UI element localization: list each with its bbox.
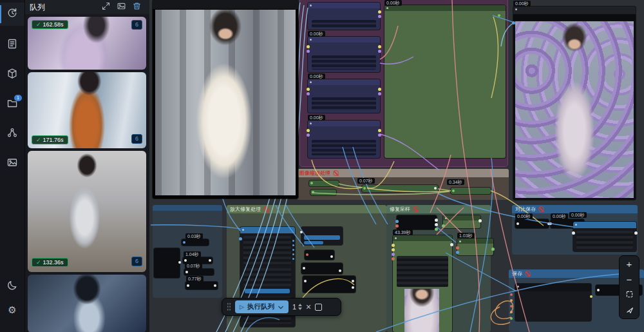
bypass-icon bbox=[263, 206, 269, 212]
cancel-button[interactable]: × bbox=[306, 302, 311, 311]
result-thumbnail bbox=[28, 275, 146, 332]
box-icon bbox=[6, 68, 18, 82]
sidebar-item-workflows-folder[interactable]: 1 bbox=[0, 93, 24, 116]
fit-view-button[interactable] bbox=[620, 288, 639, 302]
exec-time-badge: 1.04秒 bbox=[184, 251, 201, 257]
exec-time-badge: 0.00秒 bbox=[513, 1, 531, 6]
node-scale-wide[interactable] bbox=[362, 185, 438, 192]
node-mini-4[interactable] bbox=[185, 282, 218, 289]
sidebar-item-gallery[interactable] bbox=[0, 152, 24, 175]
workflow-icon bbox=[6, 127, 18, 141]
chevron-down-icon[interactable] bbox=[278, 301, 284, 313]
duration-badge: ✓162.58s bbox=[32, 20, 68, 29]
exec-time-badge: 0.00秒 bbox=[551, 213, 568, 219]
sampler-preview-image bbox=[404, 289, 439, 332]
plus-icon: + bbox=[627, 259, 632, 269]
node-compare-main[interactable] bbox=[573, 222, 636, 251]
widget-bar[interactable] bbox=[304, 241, 323, 244]
node-scale-mini-1[interactable] bbox=[309, 181, 339, 186]
group-green-b-header[interactable]: 修复采样 bbox=[386, 205, 491, 213]
sidebar-item-workflow-nodes[interactable] bbox=[0, 122, 24, 146]
group-tan-header[interactable]: 图像缩放处理 bbox=[296, 169, 509, 177]
node-scale-mini-2[interactable] bbox=[310, 190, 336, 195]
node-widget-small-4[interactable] bbox=[303, 276, 355, 293]
node-note-green[interactable] bbox=[384, 5, 506, 158]
widget-bar[interactable] bbox=[304, 235, 340, 240]
batch-count-badge: 6 bbox=[131, 134, 142, 144]
node-image-result[interactable] bbox=[513, 6, 636, 200]
sidebar-item-node-library[interactable] bbox=[0, 34, 24, 57]
node-latent-black[interactable] bbox=[397, 215, 437, 229]
batch-count-value: 1 bbox=[292, 303, 296, 311]
node-mini-black-large[interactable] bbox=[154, 248, 180, 278]
node-preview-large[interactable] bbox=[153, 0, 298, 199]
node-conditioning-1[interactable] bbox=[308, 3, 380, 30]
queue-item[interactable] bbox=[28, 275, 146, 332]
exec-time-badge: 0.00秒 bbox=[308, 73, 325, 79]
node-widget-small-3[interactable] bbox=[301, 263, 343, 274]
exec-time-badge: 0.77秒 bbox=[186, 276, 204, 282]
node-compare-1[interactable] bbox=[515, 219, 549, 228]
node-save-main[interactable] bbox=[515, 284, 591, 321]
node-ksampler-preview[interactable] bbox=[393, 235, 452, 332]
queue-item[interactable]: ✓132.36s 6 bbox=[28, 151, 146, 272]
stepper-up-icon[interactable] bbox=[298, 304, 302, 306]
run-queue-button[interactable]: ▷ 执行队列 bbox=[235, 300, 289, 313]
node-graph-canvas[interactable]: 图像缩放处理 放大修复处理 修复采样 对比保存 保存 0.00秒 0.00秒 bbox=[149, 0, 644, 332]
clear-queue-button[interactable] bbox=[129, 1, 144, 13]
minus-icon: − bbox=[627, 274, 632, 285]
node-green-small-top[interactable] bbox=[443, 215, 480, 228]
node-conditioning-4[interactable] bbox=[308, 121, 380, 158]
stepper-down-icon[interactable] bbox=[298, 308, 302, 310]
queue-panel: 队列 ✓162.58s 6 ✓171.76s 6 ✓132.36s 6 bbox=[24, 0, 149, 332]
exec-time-badge: 0.00秒 bbox=[308, 31, 325, 37]
image-node-subrow bbox=[513, 14, 636, 20]
play-icon: ▷ bbox=[240, 304, 244, 310]
node-conditioning-2[interactable] bbox=[308, 37, 380, 72]
zoom-in-button[interactable]: + bbox=[620, 257, 639, 271]
sidebar-item-queue-history[interactable] bbox=[0, 3, 24, 26]
app-window: 1 ⚙ 队列 ✓162.58s 6 ✓171.76 bbox=[0, 0, 644, 332]
theme-toggle[interactable] bbox=[0, 275, 24, 298]
canvas-zoom-toolbar: + − bbox=[619, 255, 639, 319]
drag-handle[interactable] bbox=[227, 302, 231, 311]
queue-panel-header: 队列 bbox=[24, 0, 149, 14]
node-widget-small-1[interactable] bbox=[301, 227, 343, 245]
result-image bbox=[515, 21, 634, 198]
batch-count-badge: 6 bbox=[131, 257, 142, 266]
gallery-view-button[interactable] bbox=[113, 1, 129, 13]
exec-time-badge: 0.00秒 bbox=[569, 212, 587, 218]
expand-panel-button[interactable] bbox=[98, 1, 113, 13]
queue-item[interactable]: ✓171.76s 6 bbox=[28, 72, 146, 148]
exec-time-badge: 0.07秒 bbox=[185, 263, 202, 269]
node-mini-3[interactable] bbox=[184, 269, 214, 275]
batch-count-badge: 6 bbox=[131, 20, 142, 30]
preview-image bbox=[155, 10, 296, 195]
stepper-arrows[interactable] bbox=[298, 304, 302, 310]
node-green-small-right[interactable] bbox=[457, 239, 493, 255]
batch-count-stepper[interactable]: 1 bbox=[292, 303, 302, 311]
gear-icon: ⚙ bbox=[8, 304, 16, 316]
exec-time-badge: 0.00秒 bbox=[515, 213, 533, 219]
bypass-icon bbox=[333, 170, 339, 176]
node-mini-1[interactable] bbox=[182, 239, 209, 246]
node-scale-small[interactable] bbox=[451, 188, 491, 194]
widget-bar[interactable] bbox=[245, 289, 290, 293]
node-conditioning-3[interactable] bbox=[308, 79, 380, 113]
group-blue-mini-header[interactable] bbox=[153, 205, 222, 211]
duration-badge: ✓171.76s bbox=[32, 135, 68, 144]
exec-time-badge: 0.34秒 bbox=[447, 179, 464, 185]
settings-button[interactable]: ⚙ bbox=[0, 298, 24, 322]
preview-node-header bbox=[153, 0, 298, 10]
queue-run-toolbar: ▷ 执行队列 1 × bbox=[222, 298, 341, 316]
node-widget-small-2[interactable] bbox=[305, 250, 334, 260]
zoom-out-button[interactable]: − bbox=[620, 272, 639, 286]
moon-icon bbox=[6, 280, 18, 294]
stop-icon[interactable] bbox=[315, 304, 322, 311]
pan-mode-button[interactable] bbox=[620, 304, 639, 318]
queue-item[interactable]: ✓162.58s 6 bbox=[28, 17, 146, 70]
folder-badge: 1 bbox=[14, 95, 22, 101]
image-icon bbox=[117, 1, 126, 14]
group-green-a-header[interactable]: 放大修复处理 bbox=[227, 205, 386, 213]
sidebar-item-models[interactable] bbox=[0, 63, 24, 86]
